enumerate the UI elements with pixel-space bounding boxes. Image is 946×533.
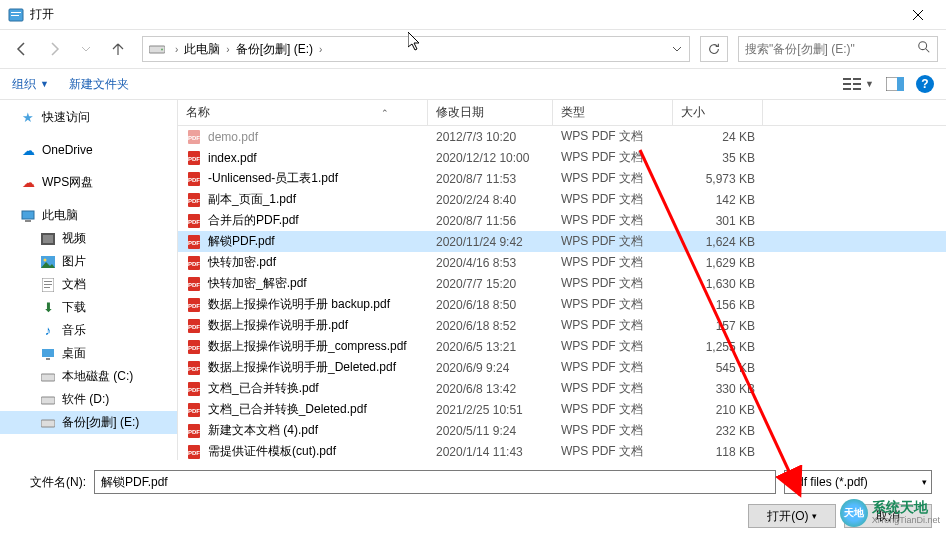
file-row[interactable]: PDF数据上报操作说明手册_compress.pdf2020/6/5 13:21… [178, 336, 946, 357]
svg-text:PDF: PDF [188, 261, 200, 267]
svg-rect-1 [11, 12, 21, 13]
file-type: WPS PDF 文档 [553, 338, 673, 355]
chevron-down-icon: ▼ [40, 79, 49, 89]
sidebar-documents[interactable]: 文档 [0, 273, 177, 296]
svg-text:PDF: PDF [188, 429, 200, 435]
svg-rect-15 [25, 220, 31, 222]
address-bar[interactable]: › 此电脑 › 备份[勿删] (E:) › [142, 36, 690, 62]
back-button[interactable] [8, 35, 36, 63]
file-row[interactable]: PDF合并后的PDF.pdf2020/8/7 11:56WPS PDF 文档30… [178, 210, 946, 231]
desktop-icon [40, 346, 56, 362]
file-type: WPS PDF 文档 [553, 317, 673, 334]
column-name[interactable]: 名称⌃ [178, 100, 428, 125]
file-list[interactable]: PDFdemo.pdf2012/7/3 10:20WPS PDF 文档24 KB… [178, 126, 946, 460]
svg-rect-14 [22, 211, 34, 219]
preview-pane-button[interactable] [886, 77, 904, 91]
svg-text:PDF: PDF [188, 282, 200, 288]
sidebar-onedrive[interactable]: ☁OneDrive [0, 139, 177, 161]
file-date: 2020/1/14 11:43 [428, 445, 553, 459]
file-name: 数据上报操作说明手册 backup.pdf [208, 296, 390, 313]
file-size: 5,973 KB [673, 172, 763, 186]
sort-arrow-icon: ⌃ [381, 108, 389, 118]
filename-input[interactable] [94, 470, 776, 494]
file-row[interactable]: PDF数据上报操作说明手册.pdf2020/6/18 8:52WPS PDF 文… [178, 315, 946, 336]
file-type: WPS PDF 文档 [553, 401, 673, 418]
recent-dropdown[interactable] [72, 35, 100, 63]
file-size: 1,255 KB [673, 340, 763, 354]
forward-button[interactable] [40, 35, 68, 63]
file-date: 2020/6/8 13:42 [428, 382, 553, 396]
column-type[interactable]: 类型 [553, 100, 673, 125]
sidebar-this-pc[interactable]: 此电脑 [0, 204, 177, 227]
dialog-footer: 文件名(N): Pdf files (*.pdf) ▾ 打开(O) ▾ 取消 [0, 460, 946, 533]
file-row[interactable]: PDF需提供证件模板(cut).pdf2020/1/14 11:43WPS PD… [178, 441, 946, 460]
file-row[interactable]: PDF文档_已合并转换_Deleted.pdf2021/2/25 10:51WP… [178, 399, 946, 420]
sidebar-pictures[interactable]: 图片 [0, 250, 177, 273]
file-type-select[interactable]: Pdf files (*.pdf) ▾ [784, 470, 932, 494]
new-folder-button[interactable]: 新建文件夹 [69, 76, 129, 93]
svg-text:PDF: PDF [188, 156, 200, 162]
file-size: 157 KB [673, 319, 763, 333]
file-date: 2020/6/18 8:52 [428, 319, 553, 333]
chevron-right-icon: › [315, 44, 326, 55]
sidebar-desktop[interactable]: 桌面 [0, 342, 177, 365]
crumb-thispc[interactable]: 此电脑 [182, 41, 222, 58]
file-date: 2020/6/18 8:50 [428, 298, 553, 312]
sidebar-drive-e[interactable]: 备份[勿删] (E:) [0, 411, 177, 434]
svg-text:PDF: PDF [188, 450, 200, 456]
close-button[interactable] [898, 0, 938, 30]
file-row[interactable]: PDF解锁PDF.pdf2020/11/24 9:42WPS PDF 文档1,6… [178, 231, 946, 252]
sidebar-drive-c[interactable]: 本地磁盘 (C:) [0, 365, 177, 388]
open-button[interactable]: 打开(O) ▾ [748, 504, 836, 528]
navbar: › 此电脑 › 备份[勿删] (E:) › [0, 30, 946, 68]
file-row[interactable]: PDF文档_已合并转换.pdf2020/6/8 13:42WPS PDF 文档3… [178, 378, 946, 399]
file-row[interactable]: PDF-Unlicensed-员工表1.pdf2020/8/7 11:53WPS… [178, 168, 946, 189]
organize-menu[interactable]: 组织 ▼ [12, 76, 49, 93]
drive-icon [40, 415, 56, 431]
file-pane: 名称⌃ 修改日期 类型 大小 PDFdemo.pdf2012/7/3 10:20… [178, 100, 946, 460]
file-date: 2020/5/11 9:24 [428, 424, 553, 438]
column-size[interactable]: 大小 [673, 100, 763, 125]
file-size: 142 KB [673, 193, 763, 207]
file-row[interactable]: PDF数据上报操作说明手册_Deleted.pdf2020/6/9 9:24WP… [178, 357, 946, 378]
file-row[interactable]: PDF数据上报操作说明手册 backup.pdf2020/6/18 8:50WP… [178, 294, 946, 315]
help-button[interactable]: ? [916, 75, 934, 93]
svg-text:PDF: PDF [188, 345, 200, 351]
sidebar-music[interactable]: ♪音乐 [0, 319, 177, 342]
svg-rect-28 [41, 420, 55, 427]
sidebar-videos[interactable]: 视频 [0, 227, 177, 250]
sidebar-wps[interactable]: ☁WPS网盘 [0, 171, 177, 194]
search-box[interactable] [738, 36, 938, 62]
file-row[interactable]: PDF副本_页面_1.pdf2020/2/24 8:40WPS PDF 文档14… [178, 189, 946, 210]
file-size: 1,624 KB [673, 235, 763, 249]
sidebar-quick-access[interactable]: ★快速访问 [0, 106, 177, 129]
up-button[interactable] [104, 35, 132, 63]
svg-text:PDF: PDF [188, 177, 200, 183]
crumb-drive[interactable]: 备份[勿删] (E:) [234, 41, 315, 58]
file-row[interactable]: PDF快转加密_解密.pdf2020/7/7 15:20WPS PDF 文档1,… [178, 273, 946, 294]
sidebar-downloads[interactable]: ⬇下载 [0, 296, 177, 319]
chevron-down-icon: ▼ [865, 79, 874, 89]
svg-rect-25 [46, 358, 50, 360]
file-row[interactable]: PDFdemo.pdf2012/7/3 10:20WPS PDF 文档24 KB [178, 126, 946, 147]
video-icon [40, 231, 56, 247]
file-size: 1,629 KB [673, 256, 763, 270]
address-dropdown[interactable] [665, 40, 689, 58]
file-size: 35 KB [673, 151, 763, 165]
sidebar-drive-d[interactable]: 软件 (D:) [0, 388, 177, 411]
svg-rect-23 [44, 287, 50, 288]
file-type: WPS PDF 文档 [553, 212, 673, 229]
refresh-button[interactable] [700, 36, 728, 62]
view-mode-button[interactable]: ▼ [843, 77, 874, 91]
file-size: 330 KB [673, 382, 763, 396]
file-row[interactable]: PDF快转加密.pdf2020/4/16 8:53WPS PDF 文档1,629… [178, 252, 946, 273]
file-size: 24 KB [673, 130, 763, 144]
svg-text:PDF: PDF [188, 303, 200, 309]
svg-rect-11 [853, 88, 861, 90]
column-date[interactable]: 修改日期 [428, 100, 553, 125]
search-input[interactable] [745, 42, 917, 56]
file-row[interactable]: PDF新建文本文档 (4).pdf2020/5/11 9:24WPS PDF 文… [178, 420, 946, 441]
file-row[interactable]: PDFindex.pdf2020/12/12 10:00WPS PDF 文档35… [178, 147, 946, 168]
file-type: WPS PDF 文档 [553, 149, 673, 166]
file-name: 需提供证件模板(cut).pdf [208, 443, 336, 460]
